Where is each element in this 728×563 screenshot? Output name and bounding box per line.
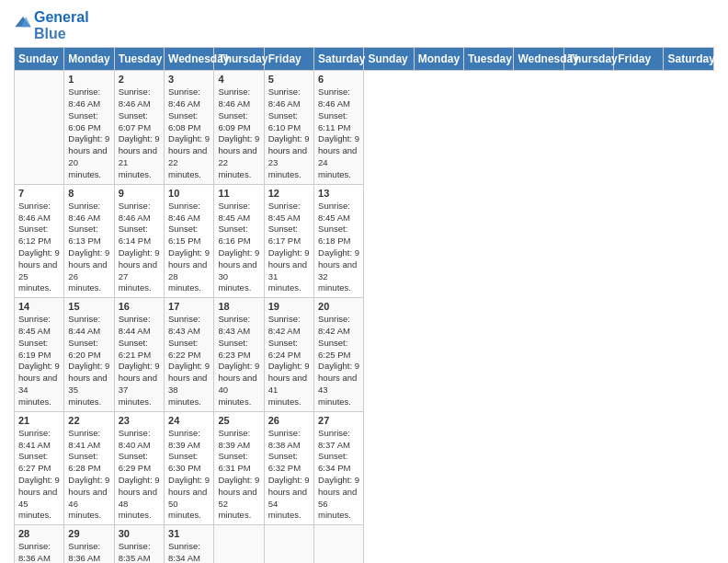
col-header-wednesday: Wednesday xyxy=(514,48,563,71)
day-number: 3 xyxy=(168,74,210,85)
day-number: 28 xyxy=(18,528,60,539)
day-number: 10 xyxy=(168,188,210,199)
day-info: Sunrise: 8:37 AMSunset: 6:34 PMDaylight:… xyxy=(318,428,359,523)
col-header-sunday: Sunday xyxy=(15,48,64,71)
day-number: 19 xyxy=(268,301,310,312)
day-cell: 2Sunrise: 8:46 AMSunset: 6:07 PMDaylight… xyxy=(114,71,164,185)
day-info: Sunrise: 8:42 AMSunset: 6:24 PMDaylight:… xyxy=(268,314,310,408)
day-number: 31 xyxy=(168,528,210,539)
calendar-table: SundayMondayTuesdayWednesdayThursdayFrid… xyxy=(14,47,714,563)
day-number: 30 xyxy=(119,528,160,539)
day-cell: 17Sunrise: 8:43 AMSunset: 6:22 PMDayligh… xyxy=(165,298,214,412)
day-number: 7 xyxy=(18,188,60,199)
day-cell: 31Sunrise: 8:34 AMSunset: 6:39 PMDayligh… xyxy=(165,525,214,563)
day-info: Sunrise: 8:39 AMSunset: 6:30 PMDaylight:… xyxy=(168,428,210,523)
day-cell: 3Sunrise: 8:46 AMSunset: 6:08 PMDaylight… xyxy=(165,71,214,185)
day-cell: 6Sunrise: 8:46 AMSunset: 6:11 PMDaylight… xyxy=(314,71,364,185)
col-header-monday: Monday xyxy=(414,48,463,71)
day-number: 15 xyxy=(68,301,109,312)
day-number: 14 xyxy=(18,301,60,312)
week-row-5: 28Sunrise: 8:36 AMSunset: 6:35 PMDayligh… xyxy=(15,525,714,563)
day-cell: 4Sunrise: 8:46 AMSunset: 6:09 PMDaylight… xyxy=(214,71,264,185)
day-cell xyxy=(214,525,264,563)
day-info: Sunrise: 8:46 AMSunset: 6:14 PMDaylight:… xyxy=(119,201,160,295)
col-header-saturday: Saturday xyxy=(664,48,714,71)
day-info: Sunrise: 8:45 AMSunset: 6:16 PMDaylight:… xyxy=(218,201,259,295)
day-info: Sunrise: 8:38 AMSunset: 6:32 PMDaylight:… xyxy=(268,428,310,523)
day-number: 17 xyxy=(168,301,210,312)
day-cell: 18Sunrise: 8:43 AMSunset: 6:23 PMDayligh… xyxy=(214,298,264,412)
day-cell: 8Sunrise: 8:46 AMSunset: 6:13 PMDaylight… xyxy=(64,184,114,298)
day-cell: 20Sunrise: 8:42 AMSunset: 6:25 PMDayligh… xyxy=(314,298,364,412)
day-number: 16 xyxy=(119,301,160,312)
day-cell: 12Sunrise: 8:45 AMSunset: 6:17 PMDayligh… xyxy=(264,184,313,298)
day-number: 21 xyxy=(18,415,60,426)
day-number: 22 xyxy=(68,415,109,426)
day-cell: 7Sunrise: 8:46 AMSunset: 6:12 PMDaylight… xyxy=(15,184,64,298)
day-number: 23 xyxy=(119,415,160,426)
day-info: Sunrise: 8:39 AMSunset: 6:31 PMDaylight:… xyxy=(218,428,259,523)
day-number: 20 xyxy=(318,301,359,312)
day-number: 1 xyxy=(68,74,109,85)
day-info: Sunrise: 8:46 AMSunset: 6:06 PMDaylight:… xyxy=(68,86,109,181)
day-cell: 10Sunrise: 8:46 AMSunset: 6:15 PMDayligh… xyxy=(165,184,214,298)
day-cell: 14Sunrise: 8:45 AMSunset: 6:19 PMDayligh… xyxy=(15,298,64,412)
day-number: 2 xyxy=(119,74,160,85)
day-cell: 29Sunrise: 8:36 AMSunset: 6:36 PMDayligh… xyxy=(64,525,114,563)
week-row-1: 1Sunrise: 8:46 AMSunset: 6:06 PMDaylight… xyxy=(15,71,714,185)
col-header-thursday: Thursday xyxy=(214,48,264,71)
day-info: Sunrise: 8:34 AMSunset: 6:39 PMDaylight:… xyxy=(168,541,210,563)
col-header-sunday: Sunday xyxy=(364,48,414,71)
day-info: Sunrise: 8:45 AMSunset: 6:18 PMDaylight:… xyxy=(318,201,359,295)
day-info: Sunrise: 8:46 AMSunset: 6:13 PMDaylight:… xyxy=(68,201,109,295)
day-number: 29 xyxy=(68,528,109,539)
day-info: Sunrise: 8:42 AMSunset: 6:25 PMDaylight:… xyxy=(318,314,359,408)
day-cell: 26Sunrise: 8:38 AMSunset: 6:32 PMDayligh… xyxy=(264,411,313,525)
day-info: Sunrise: 8:46 AMSunset: 6:10 PMDaylight:… xyxy=(268,86,310,181)
day-info: Sunrise: 8:44 AMSunset: 6:20 PMDaylight:… xyxy=(68,314,109,408)
day-number: 8 xyxy=(68,188,109,199)
day-cell: 15Sunrise: 8:44 AMSunset: 6:20 PMDayligh… xyxy=(64,298,114,412)
day-info: Sunrise: 8:41 AMSunset: 6:28 PMDaylight:… xyxy=(68,428,109,523)
header: General Blue xyxy=(14,9,714,41)
day-cell: 9Sunrise: 8:46 AMSunset: 6:14 PMDaylight… xyxy=(114,184,164,298)
day-cell: 5Sunrise: 8:46 AMSunset: 6:10 PMDaylight… xyxy=(264,71,313,185)
week-row-4: 21Sunrise: 8:41 AMSunset: 6:27 PMDayligh… xyxy=(15,411,714,525)
day-cell xyxy=(314,525,364,563)
col-header-saturday: Saturday xyxy=(314,48,364,71)
day-info: Sunrise: 8:36 AMSunset: 6:35 PMDaylight:… xyxy=(18,541,60,563)
day-number: 13 xyxy=(318,188,359,199)
day-cell: 25Sunrise: 8:39 AMSunset: 6:31 PMDayligh… xyxy=(214,411,264,525)
day-cell xyxy=(264,525,313,563)
day-cell: 11Sunrise: 8:45 AMSunset: 6:16 PMDayligh… xyxy=(214,184,264,298)
day-number: 18 xyxy=(218,301,259,312)
logo: General Blue xyxy=(14,9,89,41)
week-row-2: 7Sunrise: 8:46 AMSunset: 6:12 PMDaylight… xyxy=(15,184,714,298)
logo-text: General Blue xyxy=(34,9,89,41)
day-info: Sunrise: 8:46 AMSunset: 6:08 PMDaylight:… xyxy=(168,86,210,181)
day-info: Sunrise: 8:46 AMSunset: 6:15 PMDaylight:… xyxy=(168,201,210,295)
day-info: Sunrise: 8:45 AMSunset: 6:17 PMDaylight:… xyxy=(268,201,310,295)
day-cell: 1Sunrise: 8:46 AMSunset: 6:06 PMDaylight… xyxy=(64,71,114,185)
logo-icon xyxy=(14,15,32,33)
day-info: Sunrise: 8:35 AMSunset: 6:37 PMDaylight:… xyxy=(119,541,160,563)
day-cell xyxy=(15,71,64,185)
day-cell: 24Sunrise: 8:39 AMSunset: 6:30 PMDayligh… xyxy=(165,411,214,525)
day-cell: 22Sunrise: 8:41 AMSunset: 6:28 PMDayligh… xyxy=(64,411,114,525)
day-info: Sunrise: 8:43 AMSunset: 6:22 PMDaylight:… xyxy=(168,314,210,408)
day-number: 11 xyxy=(218,188,259,199)
day-number: 24 xyxy=(168,415,210,426)
day-cell: 16Sunrise: 8:44 AMSunset: 6:21 PMDayligh… xyxy=(114,298,164,412)
day-cell: 21Sunrise: 8:41 AMSunset: 6:27 PMDayligh… xyxy=(15,411,64,525)
col-header-wednesday: Wednesday xyxy=(165,48,214,71)
day-number: 27 xyxy=(318,415,359,426)
day-number: 12 xyxy=(268,188,310,199)
day-info: Sunrise: 8:46 AMSunset: 6:11 PMDaylight:… xyxy=(318,86,359,181)
day-number: 5 xyxy=(268,74,310,85)
day-number: 9 xyxy=(119,188,160,199)
day-info: Sunrise: 8:46 AMSunset: 6:12 PMDaylight:… xyxy=(18,201,60,295)
day-cell: 27Sunrise: 8:37 AMSunset: 6:34 PMDayligh… xyxy=(314,411,364,525)
col-header-tuesday: Tuesday xyxy=(114,48,164,71)
day-info: Sunrise: 8:44 AMSunset: 6:21 PMDaylight:… xyxy=(119,314,160,408)
week-row-3: 14Sunrise: 8:45 AMSunset: 6:19 PMDayligh… xyxy=(15,298,714,412)
